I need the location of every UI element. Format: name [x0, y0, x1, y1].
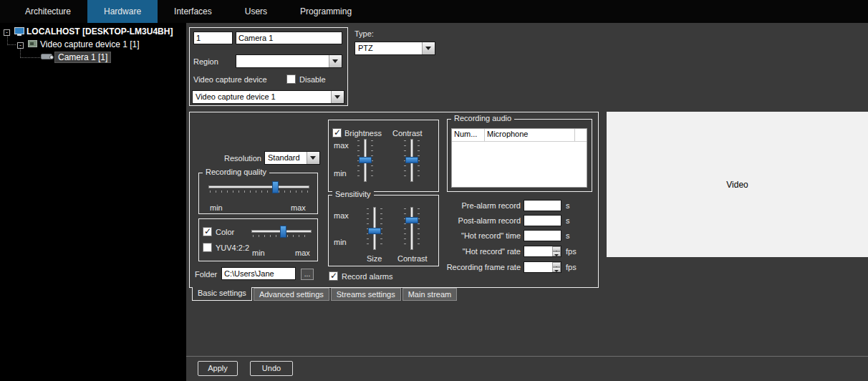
pre-alarm-record-input[interactable]	[524, 201, 561, 211]
brightness-min-label: min	[334, 169, 347, 178]
recording-audio-header: Num... Microphone	[452, 129, 587, 142]
device-tree: - LOCALHOST [DESKTOP-LM3U4BH] - Video ca…	[0, 23, 186, 381]
post-alarm-record-field[interactable]	[524, 215, 561, 226]
yuv-label: YUV4:2:2	[216, 243, 249, 252]
resolution-dropdown-value: Standard	[268, 153, 300, 162]
slider-handle[interactable]	[280, 226, 286, 238]
hot-record-rate-label: "Hot record" rate	[428, 247, 521, 256]
yuv-checkbox[interactable]	[203, 243, 212, 252]
capture-device-label: Video capture device	[193, 75, 267, 84]
record-alarms-label: Record alarms	[342, 272, 393, 281]
folder-label: Folder	[195, 270, 217, 279]
slider-handle[interactable]	[405, 157, 418, 163]
tab-basic-settings[interactable]: Basic settings	[192, 287, 252, 301]
contrast-slider[interactable]	[402, 139, 421, 182]
slider-handle[interactable]	[368, 228, 381, 234]
recording-audio-table[interactable]: Num... Microphone	[451, 128, 587, 188]
sensitivity-size-slider[interactable]	[365, 207, 384, 250]
slider-handle[interactable]	[405, 217, 418, 223]
spin-up-icon[interactable]	[552, 246, 561, 251]
apply-button[interactable]: Apply	[198, 361, 238, 376]
chevron-down-icon[interactable]	[329, 55, 342, 67]
tree-toggle-icon[interactable]: -	[17, 42, 24, 49]
region-dropdown[interactable]	[236, 54, 342, 68]
tree-item-camera[interactable]: Camera 1 [1]	[54, 52, 111, 63]
hot-record-time-field[interactable]	[524, 230, 561, 241]
color-checkbox[interactable]	[203, 227, 212, 236]
recording-quality-title: Recording quality	[203, 168, 269, 176]
chevron-down-icon[interactable]	[422, 42, 435, 54]
type-dropdown-value: PTZ	[358, 44, 373, 52]
camera-id-field[interactable]	[193, 32, 233, 44]
spinner	[552, 262, 561, 272]
type-dropdown[interactable]: PTZ	[355, 42, 435, 55]
resolution-label: Resolution	[201, 154, 261, 163]
post-alarm-record-input[interactable]	[524, 216, 561, 226]
recording-frame-rate-field[interactable]	[524, 261, 561, 273]
slider-ticks	[418, 208, 420, 249]
sensitivity-max-label: max	[334, 211, 349, 220]
camera-name-field[interactable]	[236, 32, 342, 44]
column-header-microphone[interactable]: Microphone	[485, 129, 575, 141]
undo-button[interactable]: Undo	[250, 361, 293, 376]
brightness-label: Brightness	[344, 129, 382, 138]
brightness-slider[interactable]	[356, 139, 375, 182]
disable-label: Disable	[299, 75, 326, 84]
top-nav: Architecture Hardware Interfaces Users P…	[0, 0, 868, 23]
post-alarm-record-label: Post-alarm record	[428, 216, 521, 225]
tree-connector	[21, 57, 40, 58]
slider-track[interactable]	[208, 185, 309, 188]
record-alarms-checkbox[interactable]	[329, 271, 338, 281]
nav-tab-users[interactable]: Users	[228, 0, 284, 23]
tab-main-stream[interactable]: Main stream	[402, 288, 458, 301]
color-label: Color	[216, 228, 234, 236]
color-slider[interactable]	[251, 226, 312, 238]
sensitivity-contrast-slider[interactable]	[402, 207, 421, 250]
nav-tab-architecture[interactable]: Architecture	[9, 0, 87, 23]
recording-frame-rate-unit: fps	[566, 263, 577, 271]
pre-alarm-record-field[interactable]	[524, 200, 561, 211]
tab-advanced-settings[interactable]: Advanced settings	[254, 288, 329, 301]
slider-ticks	[210, 190, 308, 193]
hot-record-time-input[interactable]	[524, 231, 561, 241]
capture-device-icon	[28, 40, 37, 47]
brightness-checkbox[interactable]	[332, 128, 342, 138]
video-preview-panel: Video	[607, 112, 868, 257]
tab-streams-settings[interactable]: Streams settings	[331, 288, 401, 301]
nav-tab-programming[interactable]: Programming	[284, 0, 368, 23]
pre-alarm-record-unit: s	[566, 201, 570, 210]
post-alarm-record-unit: s	[566, 216, 570, 225]
disable-checkbox[interactable]	[286, 74, 296, 84]
slider-handle[interactable]	[359, 157, 372, 163]
video-preview-label: Video	[726, 180, 748, 190]
spin-up-icon[interactable]	[552, 262, 561, 267]
quality-max-label: max	[291, 203, 306, 212]
contrast-label: Contrast	[392, 129, 423, 138]
capture-device-dropdown-value: Video capture device 1	[196, 92, 276, 101]
sensitivity-contrast-label: Contrast	[397, 254, 428, 263]
slider-track[interactable]	[410, 207, 413, 250]
recording-quality-slider[interactable]	[208, 181, 309, 193]
pre-alarm-record-label: Pre-alarm record	[428, 201, 521, 210]
column-header-blank	[575, 129, 587, 141]
computer-icon	[14, 27, 24, 34]
hot-record-time-label: "Hot record" time	[428, 231, 521, 240]
nav-tab-interfaces[interactable]: Interfaces	[158, 0, 228, 23]
tree-toggle-icon[interactable]: -	[4, 29, 10, 36]
folder-browse-button[interactable]: ...	[301, 269, 314, 280]
tree-item-localhost[interactable]: LOCALHOST [DESKTOP-LM3U4BH]	[26, 26, 173, 37]
hot-record-rate-field[interactable]	[524, 246, 561, 257]
spin-down-icon[interactable]	[552, 251, 561, 256]
slider-handle[interactable]	[272, 181, 279, 193]
tree-item-capture-device[interactable]: Video capture device 1 [1]	[40, 39, 140, 49]
nav-tab-hardware[interactable]: Hardware	[87, 0, 158, 23]
chevron-down-icon[interactable]	[331, 91, 344, 103]
region-label: Region	[193, 57, 218, 66]
capture-device-dropdown[interactable]: Video capture device 1	[192, 90, 344, 104]
resolution-dropdown[interactable]: Standard	[264, 151, 320, 165]
spin-down-icon[interactable]	[552, 267, 561, 272]
column-header-num[interactable]: Num...	[452, 129, 485, 141]
camera-settings-window: Architecture Hardware Interfaces Users P…	[0, 0, 868, 381]
chevron-down-icon[interactable]	[307, 152, 319, 164]
folder-field[interactable]	[221, 267, 296, 280]
